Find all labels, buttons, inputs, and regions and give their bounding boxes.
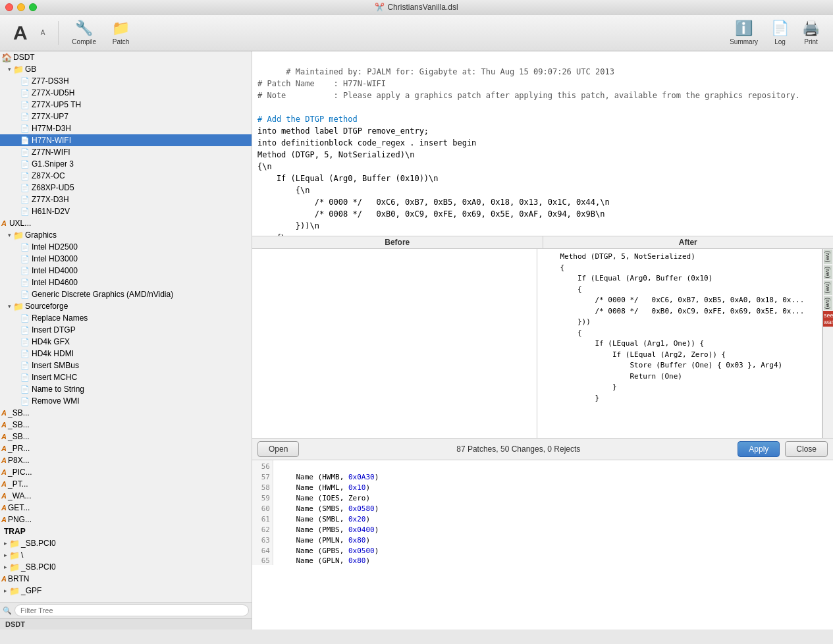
sidebar: 🏠 DSDT ▾ 📁 GB 📄 Z77-DS3H 📄 Z77X-UD5H 📄 Z… [0,51,252,630]
content-area: # Maintained by: PJALM for: Gigabyte at:… [252,51,833,630]
sidebar-filter: 🔍 [0,602,252,618]
tree-item-z77up7[interactable]: 📄 Z77X-UP7 [0,111,252,122]
special-icon: A [1,409,7,417]
tree-item-trap[interactable]: A GET... [0,502,252,514]
file-icon: 📄 [20,267,30,275]
tree-item-h61nd2v[interactable]: 📄 H61N-D2V [0,205,252,217]
folder-icon: 📁 [9,562,20,572]
tree-item-uxl[interactable]: A UXL... [0,217,252,229]
bottom-code[interactable]: Name (HWMB, 0x0A30) Name (HWML, 0x10) Na… [273,460,833,565]
tree-item-intelhd3000[interactable]: 📄 Intel HD3000 [0,253,252,265]
main-container: 🏠 DSDT ▾ 📁 GB 📄 Z77-DS3H 📄 Z77X-UD5H 📄 Z… [0,51,833,630]
tree-item-z77ud5h[interactable]: 📄 Z77X-UD5H [0,87,252,99]
maximize-button[interactable] [29,3,37,11]
tree-item-intelhd4600[interactable]: 📄 Intel HD4600 [0,277,252,288]
file-icon: 📄 [20,279,30,287]
diff-header: Before After [252,236,833,249]
arrow: ▸ [1,564,9,570]
code-editor[interactable]: # Maintained by: PJALM for: Gigabyte at:… [252,51,833,236]
tree-item-insertdtgp[interactable]: 📄 Insert DTGP [0,324,252,336]
gutter-tag-2[interactable]: (ive) [824,265,832,280]
tree-item-z77nwifi[interactable]: 📄 Z77N-WIFI [0,146,252,158]
warning-tag[interactable]: see warni... [823,311,833,327]
tree-item-gpf[interactable]: ▸ 📁 _GPF [0,585,252,597]
tree-item-sb2[interactable]: A _SB... [0,407,252,419]
tree-item-sbpci0[interactable]: ▸ 📁 _SB.PCI0 [0,537,252,549]
patch-button[interactable]: 📁 Patch [107,17,135,48]
line-56: Name (HWMB, 0x0A30) [279,473,379,481]
close-button[interactable] [5,3,13,11]
section-gb[interactable]: ▾ 📁 GB [0,63,252,75]
tree-item-png[interactable]: A _WA... [0,490,252,502]
code-comment2: # Add the DTGP method [257,115,358,124]
line-57: Name (HWML, 0x10) [279,483,370,492]
open-button[interactable]: Open [257,441,299,457]
compile-icon: 🔧 [75,20,93,37]
tree-item-genericdiscrete[interactable]: 📄 Generic Discrete Graphics (AMD/nVidia) [0,288,252,300]
tree-item-insertmchc[interactable]: 📄 Insert MCHC [0,371,252,383]
tree-item-brtn[interactable]: A BRTN [0,573,252,585]
print-button[interactable]: 🖨️ Print [797,17,825,48]
diff-status: 87 Patches, 50 Changes, 0 Rejects [304,444,732,454]
gutter-tag-1[interactable]: (ive) [824,250,832,264]
tree-item-trap3[interactable]: TRAP [0,525,252,537]
filter-input[interactable] [14,604,249,616]
fonts-button[interactable]: A [36,26,51,39]
tree-item-hd4khdmi[interactable]: 📄 HD4k HDMI [0,348,252,360]
gb-arrow: ▾ [5,66,13,72]
tree-item-pic[interactable]: A _PR... [0,443,252,454]
folder-icon: 📁 [9,586,20,596]
diff-after-pane[interactable]: Method (DTGP, 5, NotSerialized) { If (LE… [537,249,822,438]
tree-item-get[interactable]: A _PT... [0,478,252,490]
diff-before-pane[interactable] [252,249,537,438]
apply-button[interactable]: Apply [738,441,780,457]
tree-item-pt[interactable]: A P8X... [0,454,252,466]
tree-item-sbpci02[interactable]: ▸ 📁 _SB.PCI0 [0,561,252,573]
log-button[interactable]: 📄 Log [766,17,794,48]
tree-item-insertsmbus[interactable]: 📄 Insert SMBus [0,360,252,371]
special-icon: A [1,492,7,500]
gb-label: GB [25,65,36,74]
sidebar-tree[interactable]: 🏠 DSDT ▾ 📁 GB 📄 Z77-DS3H 📄 Z77X-UD5H 📄 Z… [0,51,252,602]
tree-item-intelhd2500[interactable]: 📄 Intel HD2500 [0,241,252,253]
close-button[interactable]: Close [785,441,828,457]
tree-item-replacenames[interactable]: 📄 Replace Names [0,312,252,324]
compile-label: Compile [72,38,96,45]
tree-item-trap2[interactable]: A PNG... [0,514,252,525]
titlebar: ✂️ ChristiansVanilla.dsl [0,0,833,14]
diff-panel: Before After Method (DTGP, 5, NotSeriali… [252,236,833,460]
tree-item-intelhd4000[interactable]: 📄 Intel HD4000 [0,265,252,277]
tree-item-z77up5th[interactable]: 📄 Z77X-UP5 TH [0,99,252,111]
tree-item-hd4kgfx[interactable]: 📄 HD4k GFX [0,336,252,348]
graphics-folder-icon: 📁 [13,230,24,240]
gutter-tag-3[interactable]: (ive) [824,281,832,295]
tree-item-z77xd3h[interactable]: 📄 Z77X-D3H [0,194,252,205]
tree-item-wa[interactable]: A _PIC... [0,466,252,478]
line-58: Name (IOES, Zero) [279,494,370,502]
sourceforge-folder-icon: 📁 [13,302,24,311]
file-icon: 📄 [20,136,30,145]
tree-item-z77ds3h[interactable]: 📄 Z77-DS3H [0,75,252,87]
tree-item-h77nwifi[interactable]: 📄 H77N-WIFI [0,134,252,146]
sourceforge-arrow: ▾ [5,303,13,309]
tree-item-z87xoc[interactable]: 📄 Z87X-OC [0,170,252,182]
tree-item-g1sniper3[interactable]: 📄 G1.Sniper 3 [0,158,252,170]
log-label: Log [774,38,786,45]
fonts-label: A [41,29,45,36]
tree-item-h77md3h[interactable]: 📄 H77M-D3H [0,122,252,134]
patch-icon: 📁 [112,20,130,37]
section-sourceforge[interactable]: ▾ 📁 Sourceforge [0,300,252,312]
minimize-button[interactable] [17,3,25,11]
tree-item-dsdt[interactable]: 🏠 DSDT [0,51,252,63]
compile-button[interactable]: 🔧 Compile [67,17,101,48]
section-graphics[interactable]: ▾ 📁 Graphics [0,229,252,241]
tree-item-nametostring[interactable]: 📄 Name to String [0,383,252,395]
tree-item-p8x[interactable]: A _SB... [0,431,252,443]
file-icon: 📄 [20,77,30,86]
tree-item-z68xpud5[interactable]: 📄 Z68XP-UD5 [0,182,252,194]
tree-item-backslash[interactable]: ▸ 📁 \ [0,549,252,561]
summary-button[interactable]: ℹ️ Summary [724,17,763,48]
gutter-tag-4[interactable]: (ive) [824,296,832,311]
tree-item-pr[interactable]: A _SB... [0,419,252,431]
tree-item-removewmi[interactable]: 📄 Remove WMI [0,395,252,407]
